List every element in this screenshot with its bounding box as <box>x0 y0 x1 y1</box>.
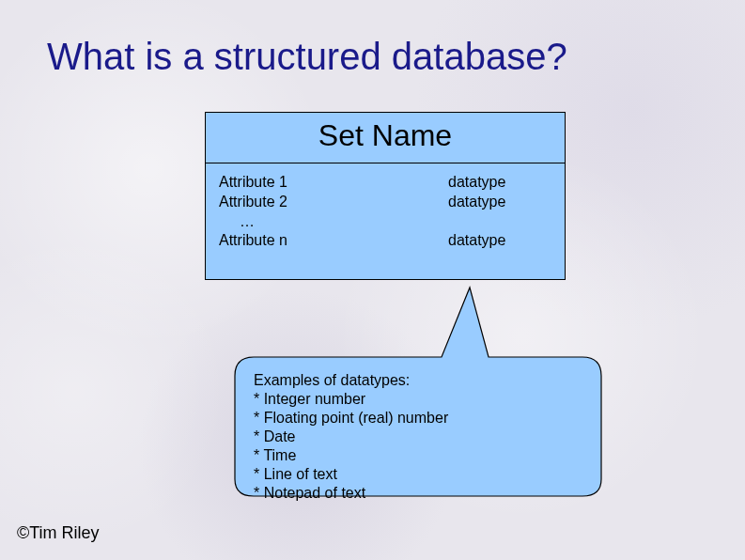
attribute-row: Attribute 1 <box>219 173 448 193</box>
callout-item: * Integer number <box>254 390 448 409</box>
callout-item: * Time <box>254 446 448 465</box>
datatype-row: datatype <box>448 231 551 251</box>
attribute-row: Attribute 2 <box>219 193 448 212</box>
attribute-row: Attribute n <box>219 231 448 251</box>
attribute-ellipsis: … <box>219 212 448 232</box>
copyright-text: ©Tim Riley <box>17 523 100 543</box>
attribute-table: Attribute 1 Attribute 2 … Attribute n da… <box>206 163 565 279</box>
callout-item: * Notepad of text <box>254 484 448 503</box>
datatype-row: datatype <box>448 193 551 212</box>
callout-item: * Floating point (real) number <box>254 409 448 428</box>
callout-item: * Line of text <box>254 465 448 484</box>
datatype-column: datatype datatype datatype <box>448 173 551 251</box>
callout-heading: Examples of datatypes: <box>254 371 448 390</box>
set-box: Set Name Attribute 1 Attribute 2 … Attri… <box>205 112 566 280</box>
attribute-names-column: Attribute 1 Attribute 2 … Attribute n <box>219 173 448 251</box>
datatype-row: datatype <box>448 173 551 193</box>
set-name: Set Name <box>206 113 565 163</box>
datatypes-callout: Examples of datatypes: * Integer number … <box>225 282 611 498</box>
slide-title: What is a structured database? <box>47 36 705 78</box>
callout-text: Examples of datatypes: * Integer number … <box>254 371 448 503</box>
callout-item: * Date <box>254 428 448 446</box>
